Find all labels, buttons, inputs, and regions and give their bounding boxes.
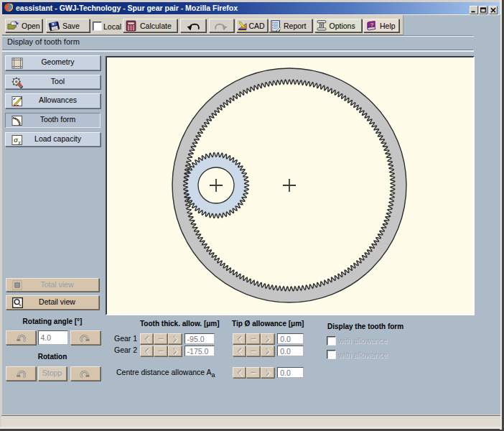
svg-text:?: ? [370,21,374,27]
svg-text:x: x [17,139,21,146]
